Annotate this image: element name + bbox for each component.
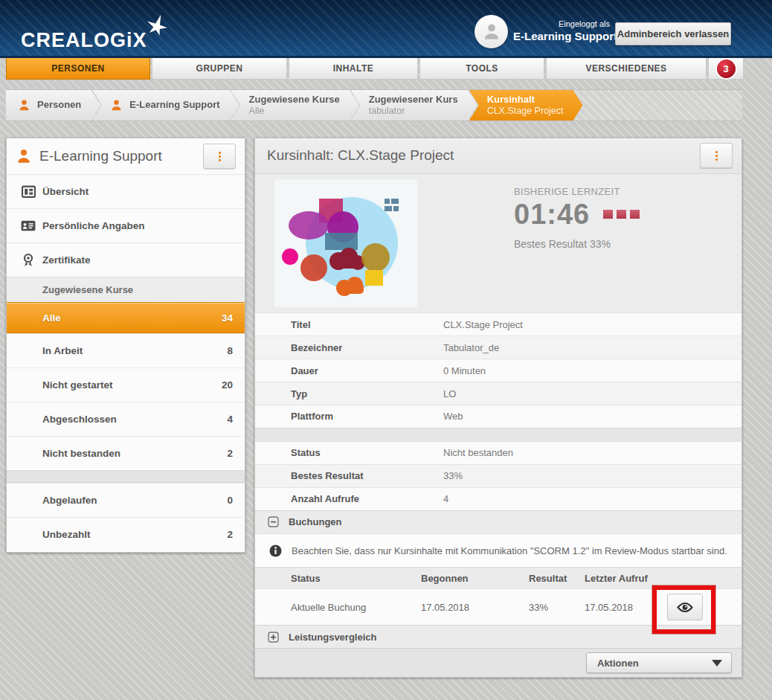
- breadcrumb-label: Zugewiesene Kurse: [249, 94, 340, 106]
- menu-dots-icon: [715, 151, 718, 161]
- detail-label: Bezeichner: [291, 342, 342, 353]
- tab-tools[interactable]: TOOLS: [419, 58, 544, 80]
- scorm-notice-row: Beachten Sie, dass nur Kursinhalte mit K…: [255, 533, 742, 568]
- page-title: Kursinhalt: CLX.Stage Project: [267, 147, 454, 164]
- tab-personen[interactable]: PERSONEN: [6, 58, 150, 80]
- sidebar-item-alle[interactable]: Alle 34: [7, 302, 245, 333]
- sidebar-title: E-Learning Support: [39, 148, 162, 164]
- breadcrumb-zugewiesene-kurse[interactable]: Zugewiesene Kurse Alle: [231, 90, 359, 121]
- detail-value: 4: [443, 493, 448, 504]
- detail-value: 0 Minuten: [443, 365, 486, 376]
- collapse-minus-icon: [268, 516, 279, 527]
- avatar[interactable]: [475, 15, 508, 48]
- breadcrumb-personen[interactable]: Personen: [6, 90, 100, 121]
- detail-value: CLX.Stage Project: [443, 319, 523, 330]
- detail-label: Plattform: [291, 411, 333, 422]
- course-menu-button[interactable]: [700, 143, 733, 168]
- breadcrumb: Personen E-Learning Support Zugewiesene …: [6, 89, 742, 121]
- sidebar-item-in-arbeit[interactable]: In Arbeit 8: [7, 333, 245, 367]
- logo-text: CREALOGiX: [21, 30, 147, 51]
- sidebar-item-count: 8: [227, 345, 233, 356]
- detail-row-typ: Typ LO: [255, 382, 742, 405]
- logged-in-as-label: Eingeloggt als: [513, 19, 610, 28]
- detail-label: Titel: [291, 319, 311, 330]
- expand-plus-icon: [268, 632, 279, 643]
- main-nav-tabs: PERSONEN GRUPPEN INHALTE TOOLS VERSCHIED…: [6, 58, 744, 80]
- sidebar-item-label: Nicht bestanden: [42, 448, 120, 459]
- learning-time-value: 01:46: [514, 199, 590, 231]
- panel-footer: Aktionen: [255, 648, 742, 677]
- breadcrumb-label: Personen: [37, 99, 81, 111]
- column-header-resultat: Resultat: [529, 573, 585, 584]
- notification-tab[interactable]: 3: [708, 58, 744, 80]
- login-info: Eingeloggt als E-Learning Support: [513, 19, 610, 42]
- detail-label: Dauer: [291, 365, 318, 376]
- sidebar-item-zertifikate[interactable]: Zertifikate: [7, 243, 245, 277]
- sidebar-item-label: Unbezahlt: [42, 529, 91, 540]
- detail-label: Bestes Resultat: [291, 470, 364, 481]
- sidebar-item-nicht-bestanden[interactable]: Nicht bestanden 2: [7, 436, 245, 470]
- view-booking-button[interactable]: [667, 594, 703, 620]
- sidebar-item-label: Zertifikate: [42, 254, 91, 266]
- detail-row-status: Status Nicht bestanden: [255, 441, 742, 464]
- comparison-section-header[interactable]: Leistungsvergleich: [255, 625, 742, 648]
- detail-value: 33%: [443, 470, 463, 481]
- sidebar-item-abgeschlossen[interactable]: Abgeschlossen 4: [7, 402, 245, 436]
- sidebar-item-uebersicht[interactable]: Übersicht: [7, 174, 245, 208]
- actions-dropdown[interactable]: Aktionen: [586, 652, 732, 673]
- breadcrumb-kursinhalt[interactable]: Kursinhalt CLX.Stage Project: [469, 90, 583, 121]
- time-squares-icon: [603, 210, 640, 219]
- leave-admin-button[interactable]: Adminbereich verlassen: [615, 22, 731, 45]
- detail-value: LO: [443, 388, 456, 399]
- sidebar-item-persoenliche-angaben[interactable]: Persönliche Angaben: [7, 208, 245, 243]
- sidebar-item-label: Persönliche Angaben: [42, 220, 145, 231]
- sidebar-item-unbezahlt[interactable]: Unbezahlt 2: [7, 517, 245, 551]
- breadcrumb-zugewiesener-kurs[interactable]: Zugewiesener Kurs tabulator: [351, 90, 477, 121]
- breadcrumb-sublabel: Alle: [249, 106, 340, 117]
- app-header: CREALOGiX Eingeloggt als E-Learning Su: [0, 0, 772, 58]
- scorm-notice-text: Beachten Sie, dass nur Kursinhalte mit K…: [292, 545, 727, 556]
- star-icon: [143, 12, 171, 40]
- user-icon: [18, 99, 30, 112]
- course-panel-header: Kursinhalt: CLX.Stage Project: [255, 138, 742, 174]
- cell-status: Aktuelle Buchung: [291, 602, 421, 613]
- bookings-table-header: Status Begonnen Resultat Letzter Aufruf: [255, 567, 742, 588]
- column-header-begonnen: Begonnen: [421, 573, 529, 584]
- section-title: Leistungsvergleich: [289, 632, 376, 643]
- detail-value: Web: [443, 411, 463, 422]
- bookings-section-header[interactable]: Buchungen: [255, 510, 742, 533]
- sidebar-section-zugewiesene-kurse: Zugewiesene Kurse: [7, 277, 245, 302]
- breadcrumb-label: Kursinhalt: [487, 94, 564, 106]
- app-page: CREALOGiX Eingeloggt als E-Learning Su: [0, 0, 772, 700]
- course-detail-panel: Kursinhalt: CLX.Stage Project: [254, 138, 742, 678]
- tab-inhalte[interactable]: INHALTE: [289, 58, 418, 80]
- breadcrumb-elearning-support[interactable]: E-Learning Support: [92, 90, 239, 121]
- best-result-text: Bestes Resultat 33%: [514, 238, 640, 250]
- user-icon: [110, 99, 123, 112]
- breadcrumb-sublabel: CLX.Stage Project: [487, 106, 564, 117]
- section-title: Buchungen: [289, 516, 342, 527]
- sidebar-item-count: 34: [222, 312, 233, 324]
- tab-verschiedenes[interactable]: VERSCHIEDENES: [546, 58, 707, 80]
- detail-row-anzahl-aufrufe: Anzahl Aufrufe 4: [255, 487, 742, 510]
- sidebar-menu-button[interactable]: [203, 144, 236, 169]
- section-divider: [255, 428, 742, 441]
- tab-gruppen[interactable]: GRUPPEN: [152, 58, 287, 80]
- eye-icon: [677, 602, 693, 613]
- sidebar-item-label: Abgeschlossen: [42, 414, 117, 425]
- detail-row-bestes-resultat: Bestes Resultat 33%: [255, 464, 742, 487]
- sidebar-item-label: Abgelaufen: [42, 495, 97, 506]
- learning-time-block: BISHERIGE LERNZEIT 01:46 Bestes Resultat…: [514, 186, 640, 250]
- breadcrumb-sublabel: tabulator: [369, 106, 458, 117]
- crealogix-logo: CREALOGiX: [21, 12, 171, 51]
- sidebar-panel: E-Learning Support Übersicht: [6, 138, 245, 553]
- course-media-section: BISHERIGE LERNZEIT 01:46 Bestes Resultat…: [255, 174, 742, 312]
- learning-time-label: BISHERIGE LERNZEIT: [514, 186, 640, 197]
- breadcrumb-label: Zugewiesener Kurs: [369, 94, 458, 106]
- id-card-icon: [17, 219, 39, 232]
- sidebar-item-abgelaufen[interactable]: Abgelaufen 0: [7, 483, 245, 517]
- table-row-aktuelle-buchung: Aktuelle Buchung 17.05.2018 33% 17.05.20…: [255, 588, 742, 625]
- sidebar-item-nicht-gestartet[interactable]: Nicht gestartet 20: [7, 367, 245, 402]
- info-icon: [269, 545, 282, 557]
- detail-label: Anzahl Aufrufe: [291, 493, 359, 504]
